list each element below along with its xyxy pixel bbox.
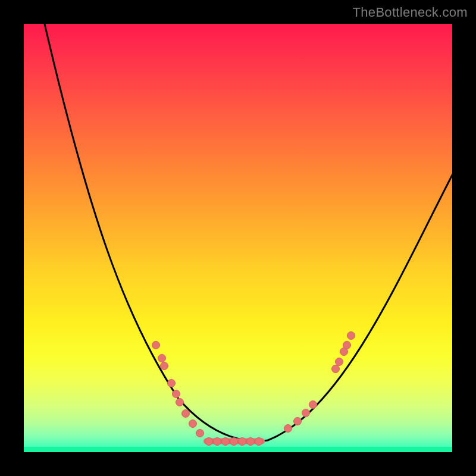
data-dot <box>239 438 246 446</box>
chart-svg <box>24 24 452 452</box>
data-dot <box>284 425 292 433</box>
data-dot <box>336 358 343 366</box>
data-dot <box>230 438 238 446</box>
data-dot <box>173 390 180 398</box>
data-dot <box>302 409 310 417</box>
data-dot <box>182 410 190 418</box>
data-dot <box>332 365 340 373</box>
data-dot <box>176 399 184 406</box>
watermark-text: TheBottleneck.com <box>353 5 468 20</box>
data-dot <box>347 332 355 340</box>
plot-area <box>24 24 452 452</box>
green-baseline-bar <box>24 447 452 452</box>
data-dot <box>222 438 230 446</box>
data-dot <box>196 430 204 437</box>
data-dot <box>158 355 166 362</box>
data-dot <box>168 380 176 387</box>
data-dot <box>189 420 197 428</box>
data-dot <box>205 438 213 446</box>
data-dot <box>294 418 302 425</box>
data-dot <box>247 438 255 446</box>
data-dot <box>152 342 160 349</box>
curve-path <box>40 6 458 441</box>
curve-group <box>40 6 458 441</box>
dots-group <box>152 332 355 446</box>
data-dot <box>309 401 317 409</box>
data-dot <box>343 342 351 349</box>
chart-canvas: TheBottleneck.com <box>0 0 476 476</box>
data-dot <box>255 438 263 446</box>
data-dot <box>214 438 221 446</box>
data-dot <box>161 362 168 370</box>
